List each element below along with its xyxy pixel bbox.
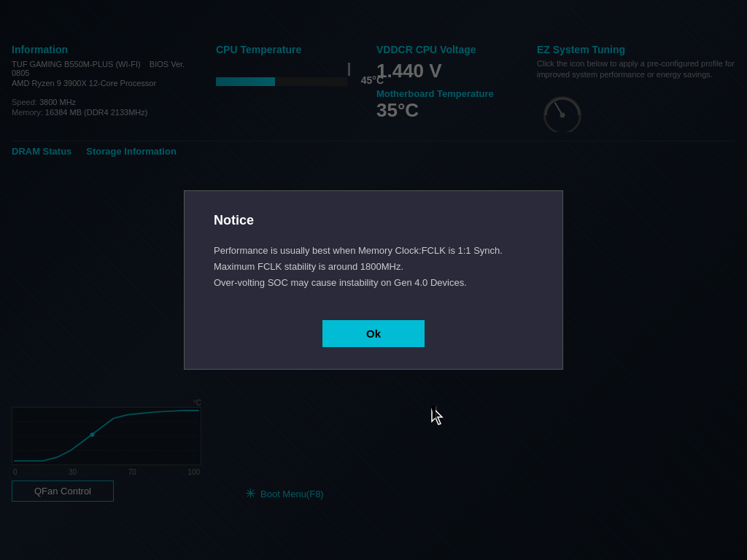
notice-line3: Over-volting SOC may cause instability o… — [214, 275, 533, 291]
modal-title: Notice — [214, 213, 533, 228]
notice-line1: Performance is usually best when Memory … — [214, 243, 533, 259]
modal-overlay: Notice Performance is usually best when … — [0, 0, 747, 560]
modal-body: Performance is usually best when Memory … — [214, 243, 533, 291]
modal-ok-button[interactable]: Ok — [322, 320, 425, 347]
svg-marker-9 — [432, 407, 442, 424]
mouse-cursor — [430, 405, 445, 423]
notice-line2: Maximum FCLK stability is around 1800MHz… — [214, 259, 533, 275]
notice-modal: Notice Performance is usually best when … — [184, 190, 563, 370]
